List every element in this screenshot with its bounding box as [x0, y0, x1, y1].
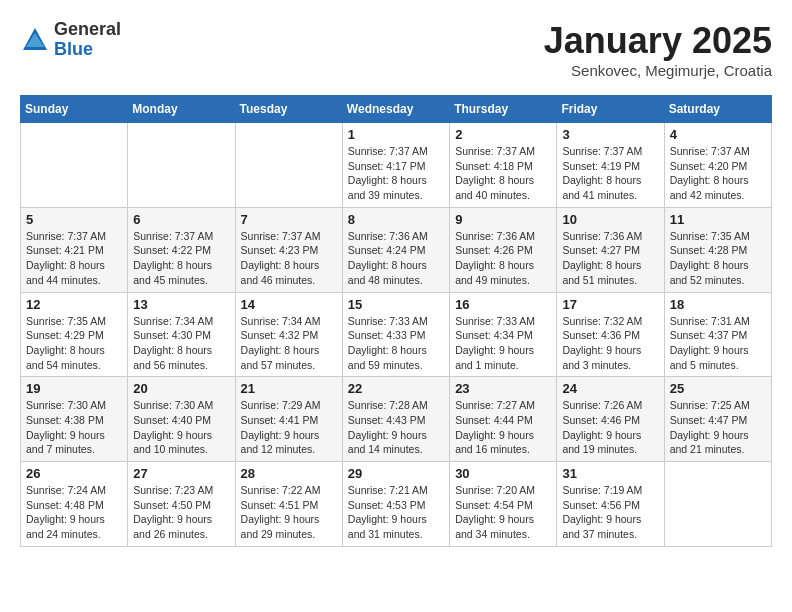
calendar-table: SundayMondayTuesdayWednesdayThursdayFrid… [20, 95, 772, 547]
day-of-week-header: Saturday [664, 96, 771, 123]
day-info: Sunrise: 7:27 AM Sunset: 4:44 PM Dayligh… [455, 398, 551, 457]
calendar-title: January 2025 [544, 20, 772, 62]
day-info: Sunrise: 7:22 AM Sunset: 4:51 PM Dayligh… [241, 483, 337, 542]
day-number: 27 [133, 466, 229, 481]
day-number: 8 [348, 212, 444, 227]
day-info: Sunrise: 7:23 AM Sunset: 4:50 PM Dayligh… [133, 483, 229, 542]
day-info: Sunrise: 7:33 AM Sunset: 4:34 PM Dayligh… [455, 314, 551, 373]
day-info: Sunrise: 7:34 AM Sunset: 4:30 PM Dayligh… [133, 314, 229, 373]
calendar-cell: 1Sunrise: 7:37 AM Sunset: 4:17 PM Daylig… [342, 123, 449, 208]
day-info: Sunrise: 7:31 AM Sunset: 4:37 PM Dayligh… [670, 314, 766, 373]
title-block: January 2025 Senkovec, Megimurje, Croati… [544, 20, 772, 79]
calendar-week-row: 12Sunrise: 7:35 AM Sunset: 4:29 PM Dayli… [21, 292, 772, 377]
day-info: Sunrise: 7:37 AM Sunset: 4:23 PM Dayligh… [241, 229, 337, 288]
logo-icon [20, 25, 50, 55]
calendar-cell [235, 123, 342, 208]
logo-blue: Blue [54, 40, 121, 60]
day-number: 2 [455, 127, 551, 142]
day-info: Sunrise: 7:35 AM Sunset: 4:29 PM Dayligh… [26, 314, 122, 373]
calendar-cell: 26Sunrise: 7:24 AM Sunset: 4:48 PM Dayli… [21, 462, 128, 547]
day-number: 6 [133, 212, 229, 227]
calendar-cell: 8Sunrise: 7:36 AM Sunset: 4:24 PM Daylig… [342, 207, 449, 292]
calendar-cell: 16Sunrise: 7:33 AM Sunset: 4:34 PM Dayli… [450, 292, 557, 377]
calendar-cell: 28Sunrise: 7:22 AM Sunset: 4:51 PM Dayli… [235, 462, 342, 547]
day-info: Sunrise: 7:34 AM Sunset: 4:32 PM Dayligh… [241, 314, 337, 373]
calendar-cell: 25Sunrise: 7:25 AM Sunset: 4:47 PM Dayli… [664, 377, 771, 462]
day-info: Sunrise: 7:20 AM Sunset: 4:54 PM Dayligh… [455, 483, 551, 542]
day-info: Sunrise: 7:37 AM Sunset: 4:22 PM Dayligh… [133, 229, 229, 288]
calendar-cell: 29Sunrise: 7:21 AM Sunset: 4:53 PM Dayli… [342, 462, 449, 547]
calendar-cell: 2Sunrise: 7:37 AM Sunset: 4:18 PM Daylig… [450, 123, 557, 208]
calendar-cell: 20Sunrise: 7:30 AM Sunset: 4:40 PM Dayli… [128, 377, 235, 462]
day-number: 23 [455, 381, 551, 396]
calendar-cell: 14Sunrise: 7:34 AM Sunset: 4:32 PM Dayli… [235, 292, 342, 377]
day-info: Sunrise: 7:36 AM Sunset: 4:26 PM Dayligh… [455, 229, 551, 288]
day-number: 14 [241, 297, 337, 312]
calendar-cell: 19Sunrise: 7:30 AM Sunset: 4:38 PM Dayli… [21, 377, 128, 462]
day-number: 5 [26, 212, 122, 227]
day-info: Sunrise: 7:30 AM Sunset: 4:38 PM Dayligh… [26, 398, 122, 457]
calendar-cell [128, 123, 235, 208]
calendar-cell: 31Sunrise: 7:19 AM Sunset: 4:56 PM Dayli… [557, 462, 664, 547]
day-info: Sunrise: 7:35 AM Sunset: 4:28 PM Dayligh… [670, 229, 766, 288]
day-info: Sunrise: 7:21 AM Sunset: 4:53 PM Dayligh… [348, 483, 444, 542]
calendar-cell: 4Sunrise: 7:37 AM Sunset: 4:20 PM Daylig… [664, 123, 771, 208]
day-info: Sunrise: 7:37 AM Sunset: 4:21 PM Dayligh… [26, 229, 122, 288]
day-info: Sunrise: 7:29 AM Sunset: 4:41 PM Dayligh… [241, 398, 337, 457]
calendar-cell: 5Sunrise: 7:37 AM Sunset: 4:21 PM Daylig… [21, 207, 128, 292]
calendar-cell: 18Sunrise: 7:31 AM Sunset: 4:37 PM Dayli… [664, 292, 771, 377]
day-number: 11 [670, 212, 766, 227]
logo: General Blue [20, 20, 121, 60]
day-of-week-header: Friday [557, 96, 664, 123]
calendar-week-row: 5Sunrise: 7:37 AM Sunset: 4:21 PM Daylig… [21, 207, 772, 292]
day-info: Sunrise: 7:32 AM Sunset: 4:36 PM Dayligh… [562, 314, 658, 373]
logo-text: General Blue [54, 20, 121, 60]
day-info: Sunrise: 7:26 AM Sunset: 4:46 PM Dayligh… [562, 398, 658, 457]
day-info: Sunrise: 7:36 AM Sunset: 4:27 PM Dayligh… [562, 229, 658, 288]
day-number: 19 [26, 381, 122, 396]
day-number: 24 [562, 381, 658, 396]
day-info: Sunrise: 7:37 AM Sunset: 4:17 PM Dayligh… [348, 144, 444, 203]
day-of-week-header: Thursday [450, 96, 557, 123]
day-info: Sunrise: 7:33 AM Sunset: 4:33 PM Dayligh… [348, 314, 444, 373]
day-info: Sunrise: 7:37 AM Sunset: 4:19 PM Dayligh… [562, 144, 658, 203]
calendar-cell: 27Sunrise: 7:23 AM Sunset: 4:50 PM Dayli… [128, 462, 235, 547]
day-of-week-header: Tuesday [235, 96, 342, 123]
day-number: 26 [26, 466, 122, 481]
day-number: 4 [670, 127, 766, 142]
day-number: 25 [670, 381, 766, 396]
calendar-cell: 11Sunrise: 7:35 AM Sunset: 4:28 PM Dayli… [664, 207, 771, 292]
calendar-cell: 24Sunrise: 7:26 AM Sunset: 4:46 PM Dayli… [557, 377, 664, 462]
calendar-cell: 3Sunrise: 7:37 AM Sunset: 4:19 PM Daylig… [557, 123, 664, 208]
calendar-cell: 30Sunrise: 7:20 AM Sunset: 4:54 PM Dayli… [450, 462, 557, 547]
day-number: 15 [348, 297, 444, 312]
calendar-week-row: 1Sunrise: 7:37 AM Sunset: 4:17 PM Daylig… [21, 123, 772, 208]
day-number: 10 [562, 212, 658, 227]
calendar-cell: 10Sunrise: 7:36 AM Sunset: 4:27 PM Dayli… [557, 207, 664, 292]
day-of-week-header: Monday [128, 96, 235, 123]
day-info: Sunrise: 7:37 AM Sunset: 4:20 PM Dayligh… [670, 144, 766, 203]
day-number: 30 [455, 466, 551, 481]
calendar-cell: 15Sunrise: 7:33 AM Sunset: 4:33 PM Dayli… [342, 292, 449, 377]
logo-general: General [54, 20, 121, 40]
day-number: 9 [455, 212, 551, 227]
calendar-cell: 6Sunrise: 7:37 AM Sunset: 4:22 PM Daylig… [128, 207, 235, 292]
calendar-cell: 9Sunrise: 7:36 AM Sunset: 4:26 PM Daylig… [450, 207, 557, 292]
day-number: 18 [670, 297, 766, 312]
day-info: Sunrise: 7:28 AM Sunset: 4:43 PM Dayligh… [348, 398, 444, 457]
day-number: 3 [562, 127, 658, 142]
calendar-cell: 12Sunrise: 7:35 AM Sunset: 4:29 PM Dayli… [21, 292, 128, 377]
day-info: Sunrise: 7:25 AM Sunset: 4:47 PM Dayligh… [670, 398, 766, 457]
page-header: General Blue January 2025 Senkovec, Megi… [20, 20, 772, 79]
day-number: 7 [241, 212, 337, 227]
day-number: 13 [133, 297, 229, 312]
day-number: 16 [455, 297, 551, 312]
day-number: 22 [348, 381, 444, 396]
calendar-cell [21, 123, 128, 208]
day-number: 17 [562, 297, 658, 312]
day-number: 28 [241, 466, 337, 481]
calendar-cell: 23Sunrise: 7:27 AM Sunset: 4:44 PM Dayli… [450, 377, 557, 462]
calendar-week-row: 19Sunrise: 7:30 AM Sunset: 4:38 PM Dayli… [21, 377, 772, 462]
day-info: Sunrise: 7:19 AM Sunset: 4:56 PM Dayligh… [562, 483, 658, 542]
calendar-cell: 21Sunrise: 7:29 AM Sunset: 4:41 PM Dayli… [235, 377, 342, 462]
